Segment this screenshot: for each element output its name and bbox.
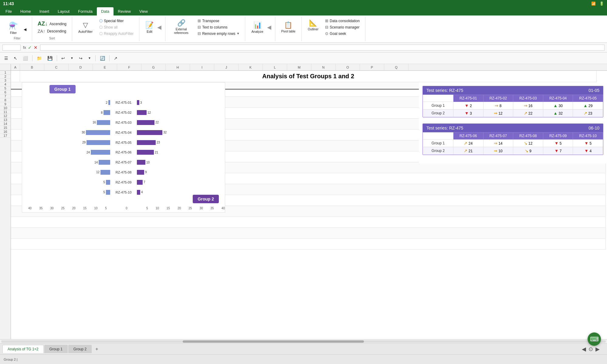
bar-row-2: 16 RZ-475-03 22	[22, 120, 225, 126]
pivot-table-button[interactable]: 📋 Pivot table	[279, 20, 298, 34]
remove-rows-dropdown[interactable]: ▼	[237, 32, 240, 35]
col-header-f: F	[117, 64, 141, 70]
scenario-manager-button[interactable]: ⊟ Scenario manager	[323, 24, 361, 30]
toolbar-select-btn[interactable]: ⬜	[21, 55, 30, 62]
goal-seek-button[interactable]: ⊙ Goal seek	[323, 31, 361, 36]
table2-g2-c1: ↗ 21	[453, 147, 483, 155]
keyboard-fab-button[interactable]: ⌨	[588, 332, 601, 346]
cell-value: 9	[529, 149, 531, 153]
outliner-icon: 📐	[309, 19, 317, 27]
sheet-tab-group2[interactable]: Group 2	[68, 345, 92, 353]
toolbar-refresh-btn[interactable]: 🔄	[98, 55, 107, 62]
arrow-icon: ⇒	[494, 141, 497, 146]
autofilter-button[interactable]: ▽ AutoFilter	[76, 20, 95, 35]
toolbar-undo-dropdown[interactable]: ▼	[69, 56, 75, 61]
special-filter-button[interactable]: ⬡ Special filter	[97, 18, 135, 24]
sort-az-button[interactable]: AZ↓ Ascending	[36, 20, 68, 28]
cell-value: 29	[588, 104, 592, 108]
menu-layout[interactable]: Layout	[53, 7, 74, 15]
menu-review[interactable]: Review	[114, 7, 135, 15]
show-all-button[interactable]: ⬡ Show all	[97, 24, 135, 30]
arrow-icon: ▼	[554, 141, 559, 146]
formula-cancel-icon[interactable]: ✕	[34, 45, 38, 50]
arrow-icon: ▲	[553, 111, 558, 116]
sheet-tab-add-button[interactable]: +	[92, 345, 101, 353]
toolbar-pointer-btn[interactable]: ↗	[112, 55, 119, 62]
text-to-columns-button[interactable]: ⊟ Text to columns	[196, 24, 241, 30]
table2-col-09: RZ-475-09	[543, 133, 573, 140]
toolbar-open-btn[interactable]: 📁	[35, 55, 44, 62]
toolbar-redo-btn[interactable]: ↪	[77, 55, 84, 62]
formula-check-icon[interactable]: ✓	[28, 45, 32, 50]
sheet-tab-analysis[interactable]: Analysis of TG 1+2	[2, 345, 44, 353]
tab-nav-center[interactable]: ⊙	[588, 346, 593, 352]
table1-g2-c1: ▼ 3	[453, 110, 483, 117]
edit-icon: 📝	[145, 21, 154, 29]
edit-collapse-button[interactable]: 📝 Edit	[143, 20, 156, 35]
ribbon: ⚗️ Filter ◀ Filter AZ↓ Ascending ZA↑ Des…	[0, 15, 607, 43]
row-num-4: 4	[0, 83, 11, 86]
menu-view[interactable]: View	[135, 7, 152, 15]
ribbon-group-datatools: 🔗 External references ⊞ Transpose ⊟ Text…	[165, 17, 245, 41]
cell-a1[interactable]	[11, 71, 20, 82]
sheet-tab-group1[interactable]: Group 1	[44, 345, 68, 353]
bar-row-8: 5 RZ-475-09 7	[22, 179, 225, 185]
keyboard-icon: ⌨	[590, 335, 599, 343]
menu-home[interactable]: Home	[16, 7, 35, 15]
sort-az-icon: AZ↓	[38, 21, 48, 27]
table2-group2-label: Group 2	[423, 147, 453, 155]
row-num-5: 5	[0, 86, 11, 90]
bar-chart-container: Group 1 Group 2 2	[22, 82, 225, 213]
table2-series-title: Test series: RZ-475	[426, 126, 463, 130]
ribbon-group-autofilter: ▽ AutoFilter ⬡ Special filter ⬡ Show all…	[72, 17, 139, 41]
external-references-button[interactable]: 🔗 External references	[169, 18, 193, 36]
toolbar-redo-dropdown[interactable]: ▼	[86, 56, 93, 61]
table2-row-group1: Group 1 ↗ 24 ⇒ 14	[423, 140, 603, 147]
table2-g1-c3: ↘ 12	[513, 140, 543, 147]
reapply-autofilter-button[interactable]: ⬡ Reapply AutoFilter	[97, 31, 135, 36]
toolbar-menu-btn[interactable]: ☰	[2, 55, 10, 62]
table1-g1-c2: ⇒ 8	[483, 102, 513, 110]
row-num-7: 7	[0, 94, 11, 98]
filter-collapse[interactable]: ◀	[22, 27, 28, 32]
menu-insert[interactable]: Insert	[35, 7, 54, 15]
analyze-button[interactable]: 📊 Analyze	[249, 20, 266, 35]
sort-za-button[interactable]: ZA↑ Descending	[36, 28, 68, 34]
col-header-j: J	[214, 64, 239, 70]
cell-reference-input[interactable]	[2, 45, 21, 51]
outliner-button[interactable]: 📐 Outliner	[305, 18, 321, 36]
toolbar-cursor-btn[interactable]: ↖	[12, 55, 19, 62]
tab-nav-prev[interactable]: ◀	[582, 346, 586, 352]
row-num-14: 14	[0, 122, 11, 126]
cell-a17[interactable]	[11, 239, 606, 250]
horizontal-scrollbar[interactable]	[0, 339, 607, 343]
transpose-button[interactable]: ⊞ Transpose	[196, 18, 241, 24]
arrow-icon: ↘	[524, 141, 527, 146]
table2-row-group2: Group 2 ↗ 21 ⇒ 10	[423, 147, 603, 155]
remove-empty-rows-button[interactable]: ⊟ Remove empty rows ▼	[196, 31, 241, 36]
filter-button[interactable]: ⚗️ Filter	[6, 20, 21, 39]
menu-data[interactable]: Data	[97, 7, 114, 15]
reapply-icon: ⬡	[99, 31, 103, 36]
scrollbar-track[interactable]	[1, 340, 606, 343]
menu-file[interactable]: File	[1, 7, 16, 15]
goal-seek-icon: ⊙	[325, 31, 328, 36]
menu-formula[interactable]: Formula	[74, 7, 97, 15]
bar-row-9: 5 RZ-475-10 4	[22, 189, 225, 195]
cell-a16[interactable]	[11, 228, 606, 239]
toolbar-undo-btn[interactable]: ↩	[59, 55, 67, 62]
formula-input[interactable]	[40, 45, 605, 51]
grid-area: Analysis of Test Groups 1 and 2	[11, 71, 607, 339]
col-header-e: E	[93, 64, 117, 70]
time: 11:43	[3, 1, 14, 6]
tab-nav-next[interactable]: ▶	[595, 346, 600, 352]
data-consolidation-button[interactable]: ⊞ Data consolidation	[323, 18, 361, 24]
cell-a15[interactable]	[11, 217, 606, 228]
cell-title[interactable]: Analysis of Test Groups 1 and 2	[20, 71, 597, 82]
toolbar-save-btn[interactable]: 💾	[46, 55, 54, 62]
cell-value: 22	[528, 111, 532, 116]
table1-g1-c3: ⇒ 16	[513, 102, 543, 110]
arrow-icon: ▲	[583, 103, 588, 108]
scrollbar-thumb[interactable]	[183, 340, 364, 343]
arrow-icon: ↘	[525, 148, 528, 153]
